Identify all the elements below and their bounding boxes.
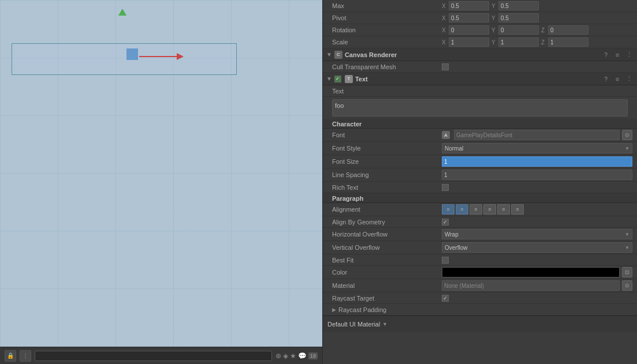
pivot-label: Pivot (332, 14, 442, 21)
sy-label: Y (491, 39, 497, 46)
px-label: X (442, 15, 448, 21)
rotation-z-input[interactable] (548, 25, 588, 35)
align-top-center-button[interactable]: ≡ (456, 204, 468, 215)
text-prop-label: Text (332, 88, 442, 95)
scale-value: X Y Z (442, 37, 632, 47)
scale-x-input[interactable] (449, 37, 489, 47)
chat-icon[interactable]: 💬 (298, 352, 307, 360)
text-settings-button[interactable]: ≡ (613, 76, 622, 82)
color-picker-button[interactable]: ⊡ (622, 267, 632, 277)
vertical-overflow-dropdown[interactable]: Overflow ▼ (442, 242, 632, 253)
color-value: ⊡ (442, 267, 632, 277)
raycast-target-label: Raycast Target (332, 295, 442, 302)
scale-label: Scale (332, 39, 442, 46)
rich-text-label: Rich Text (332, 184, 442, 191)
align-by-geometry-value (442, 219, 632, 226)
paragraph-subsection: Paragraph (323, 193, 637, 203)
max-y-input[interactable] (498, 1, 539, 10)
cull-transparent-value (442, 63, 632, 70)
align-top-right-button[interactable]: ≡ (470, 204, 482, 215)
text-input-area[interactable]: foo (332, 99, 628, 117)
add-icon[interactable]: ⊕ (275, 352, 281, 360)
text-component-actions: ? ≡ ⋮ (601, 75, 634, 82)
scale-row: Scale X Y Z (323, 36, 637, 48)
text-help-button[interactable]: ? (601, 76, 610, 82)
font-style-dropdown-arrow: ▼ (625, 146, 629, 151)
font-row: Font A GamePlayDetailsFont ⊙ (323, 129, 637, 142)
pivot-x-item: X (442, 13, 489, 22)
scale-z-item: Z (541, 37, 588, 47)
align-by-geometry-checkbox[interactable] (442, 219, 449, 226)
cull-transparent-label: Cull Transparent Mesh (332, 63, 442, 70)
star-icon[interactable]: ★ (290, 352, 296, 360)
scene-view[interactable] (0, 0, 322, 347)
canvas-renderer-help-button[interactable]: ? (601, 51, 610, 58)
horizontal-overflow-dropdown[interactable]: Wrap ▼ (442, 229, 632, 239)
text-component-enable-checkbox[interactable] (334, 76, 341, 82)
rot-y-item: Y (491, 25, 539, 35)
font-style-row: Font Style Normal ▼ (323, 142, 637, 155)
character-subsection: Character (323, 119, 637, 129)
cull-transparent-checkbox[interactable] (442, 63, 449, 70)
font-select-button[interactable]: ⊙ (622, 130, 632, 140)
font-size-label: Font Size (332, 158, 442, 165)
align-by-geometry-row: Align By Geometry (323, 216, 637, 228)
more-button[interactable]: ⋮ (20, 350, 31, 362)
scene-blue-square (126, 48, 138, 60)
font-style-value: Normal ▼ (442, 143, 632, 153)
raycast-target-checkbox[interactable] (442, 295, 449, 302)
scene-right-arrow (139, 53, 184, 60)
rotation-y-input[interactable] (498, 25, 539, 35)
color-swatch[interactable] (442, 267, 620, 277)
max-y-item: Y (491, 1, 539, 10)
scale-z-input[interactable] (548, 37, 588, 47)
vertical-overflow-dropdown-arrow: ▼ (625, 245, 629, 250)
alignment-value: ≡ ≡ ≡ ≡ ≡ ≡ (442, 204, 632, 215)
max-x-input[interactable] (449, 1, 489, 10)
horizontal-overflow-dropdown-arrow: ▼ (625, 232, 629, 237)
pivot-y-item: Y (491, 13, 539, 22)
align-mid-left-button[interactable]: ≡ (483, 204, 496, 215)
tag-icon[interactable]: ◈ (283, 352, 288, 360)
scale-y-input[interactable] (498, 37, 539, 47)
pivot-y-input[interactable] (498, 13, 539, 22)
align-mid-right-button[interactable]: ≡ (511, 204, 524, 215)
tag-count-badge: 19 (308, 352, 318, 359)
more-icon: ⋮ (23, 352, 28, 359)
rotation-x-input[interactable] (449, 25, 489, 35)
pivot-coords: X Y (442, 13, 632, 22)
canvas-renderer-toggle[interactable]: ▼ (326, 51, 332, 58)
align-top-left-button[interactable]: ≡ (442, 204, 455, 215)
rich-text-checkbox[interactable] (442, 184, 449, 191)
scene-rect-object[interactable] (12, 43, 237, 75)
alignment-buttons: ≡ ≡ ≡ ≡ ≡ ≡ (442, 204, 524, 215)
vertical-overflow-value: Overflow ▼ (442, 242, 632, 253)
py-label: Y (491, 15, 497, 21)
cull-transparent-row: Cull Transparent Mesh (323, 61, 637, 73)
font-size-input[interactable] (442, 156, 632, 167)
pivot-row: Pivot X Y (323, 12, 637, 24)
canvas-renderer-settings-button[interactable]: ≡ (613, 51, 622, 58)
best-fit-value (442, 257, 632, 264)
line-spacing-input[interactable] (442, 170, 632, 180)
lock-button[interactable]: 🔒 (5, 350, 16, 362)
font-style-display: Normal (445, 145, 463, 152)
scene-bottom-toolbar: 🔒 ⋮ ⊕ ◈ ★ 💬 19 (0, 347, 322, 364)
font-style-dropdown[interactable]: Normal ▼ (442, 143, 632, 153)
sx-label: X (442, 39, 448, 46)
alignment-label: Alignment (332, 206, 442, 213)
scene-panel: 🔒 ⋮ ⊕ ◈ ★ 💬 19 (0, 0, 322, 364)
raycast-padding-row[interactable]: ▶ Raycast Padding (323, 304, 637, 316)
line-spacing-row: Line Spacing (323, 168, 637, 182)
search-input[interactable] (35, 351, 272, 361)
y-label: Y (491, 3, 497, 9)
font-value-container: A GamePlayDetailsFont ⊙ (442, 130, 632, 140)
align-mid-center-button[interactable]: ≡ (497, 204, 510, 215)
best-fit-checkbox[interactable] (442, 257, 449, 264)
canvas-renderer-more-button[interactable]: ⋮ (624, 51, 634, 58)
text-more-button[interactable]: ⋮ (624, 75, 634, 82)
text-component-toggle[interactable]: ▼ (326, 76, 332, 82)
footer-dropdown-arrow-icon[interactable]: ▼ (382, 321, 388, 327)
pivot-x-input[interactable] (449, 13, 489, 22)
material-select-button[interactable]: ⊙ (622, 280, 632, 291)
